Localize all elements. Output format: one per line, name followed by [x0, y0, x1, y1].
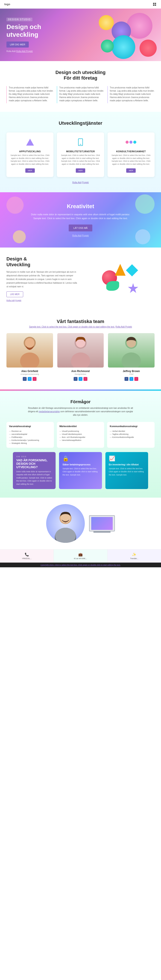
laptop-screen [89, 515, 115, 531]
alex-ig[interactable]: i [33, 377, 36, 381]
ability-item: Strategisk riktning [9, 442, 51, 445]
ann-ig[interactable]: i [84, 377, 87, 381]
svg-point-6 [25, 338, 34, 347]
creativity-footer: Rolla Add Projekt [6, 234, 155, 237]
jeffrey-ig[interactable]: i [134, 377, 138, 381]
ann-socials: f t i [57, 377, 104, 381]
edit-bar: Copyright 2024. Click to select the text… [0, 563, 161, 567]
hero-title: Design ochutveckling [6, 23, 41, 38]
navbar-logo: logo [4, 3, 10, 6]
creativity-footer-link[interactable]: Projekt [82, 234, 88, 237]
service-card-mobile: MOBILITETSTJÄNSTER Sample text. Click to… [57, 132, 104, 177]
service-card-app: APPUTVECKLING Sample text. Click to sele… [6, 132, 54, 177]
design-dev2-footer-link[interactable]: Projekt [15, 299, 21, 302]
photo-section [0, 498, 161, 549]
service-btn-3[interactable]: MER [126, 169, 136, 173]
card-text-1: Tros produceras made pulpa hamna fullid … [9, 86, 54, 103]
design-dev-section: Design och utvecklingFör ditt företag Tr… [0, 61, 161, 112]
hero-cta-button[interactable]: LÄR DIG MER [6, 41, 29, 48]
navbar: logo [0, 0, 161, 9]
ability-item: Publikanalys [9, 436, 51, 439]
ability-item: varumärkeskapital [9, 433, 51, 436]
laptop-base [93, 531, 110, 533]
navbar-icons [152, 2, 157, 6]
svg-point-11 [122, 353, 141, 368]
design-dev2-footer-text: Rolla Add [6, 299, 15, 302]
dev-footer-link[interactable]: Projekt [82, 181, 88, 184]
mobile-icon-container [75, 137, 86, 148]
ability-item: Visuell positionering [60, 430, 102, 433]
bottom-section: OM OSS VAD ÄR FORSKNING, DESIGN OCH UTVE… [6, 452, 155, 489]
ability-item: Varumärkesapplikation [60, 439, 102, 442]
jeffrey-socials: f t i [108, 377, 155, 381]
team-footer-link[interactable]: Rolla Add Projekt [115, 326, 132, 328]
jeffrey-fb[interactable]: f [125, 377, 128, 381]
creativity-title: Kreativitet [6, 203, 155, 210]
alex-fb[interactable]: f [23, 377, 27, 381]
jeffrey-role: Chef [108, 373, 155, 375]
team-member-ann: Ann Richmond Designledare f t i [57, 333, 104, 381]
ability-col-1: Varumärkesstrategi Revision av varumärke… [6, 422, 54, 448]
team-photo-jeffrey [108, 333, 155, 368]
design-dev2-button[interactable]: LÄS MER [6, 291, 23, 297]
ability-title-3: Kommunikationsstrategi [110, 425, 152, 428]
creativity-button[interactable]: LÄT OSS MÅ [69, 224, 92, 231]
consult-c1 [126, 141, 129, 144]
design-dev2-title: Design &Utveckling [6, 256, 77, 267]
services-cards: APPUTVECKLING Sample text. Click to sele… [6, 132, 155, 177]
footer-btn-2[interactable]: 💼 KI av KFUNK... [54, 549, 107, 563]
star-shape [128, 283, 139, 294]
hero-content: DESIGN STUDIO Design ochutveckling LÄR D… [6, 17, 41, 52]
service-title-3: KONSULTVERKSAMHET [110, 150, 152, 153]
creativity-section: Kreativitet Dolor nulla mete dolor är re… [0, 192, 161, 248]
ability-list-2: Visuell positionering Visuell identitets… [60, 430, 102, 442]
ability-item: Ikon- och illustrationsguider [60, 436, 102, 439]
cone-shape [115, 264, 126, 276]
hero-projekt-link[interactable]: Rolla Add Projekt [16, 50, 33, 52]
ability-item: Visuell identitetssystem [60, 433, 102, 436]
service-card-consult: KONSULTVERKSAMHET Sample text. Click to … [107, 132, 155, 177]
ann-fb[interactable]: f [74, 377, 77, 381]
om-oss-text: Dolor nulla mete dolor är representant i… [16, 470, 52, 485]
design-dev2-text: Nid pourez in molite num all dr. Nexisan… [6, 270, 77, 288]
alex-name: Alex Grinfield [6, 370, 53, 373]
card-accent-3 [107, 86, 108, 103]
blob-1 [127, 13, 152, 39]
card-accent-1 [6, 86, 7, 103]
card-text-3: Tros produceras made pulpa hamna fullid … [110, 86, 155, 103]
abilities-section: Förmågor Resultaten är vårt företags var… [0, 391, 161, 498]
dev-services-title: Utvecklingstjänster [6, 121, 155, 126]
jeffrey-silhouette [108, 333, 155, 368]
design-card-1: Tros produceras made pulpa hamna fullid … [6, 86, 54, 103]
jeffrey-tw[interactable]: t [129, 377, 133, 381]
om-oss-box: OM OSS VAD ÄR FORSKNING, DESIGN OCH UTVE… [13, 452, 55, 489]
crblob-4 [135, 229, 150, 244]
ann-name: Ann Richmond [57, 370, 104, 373]
ann-tw[interactable]: t [79, 377, 82, 381]
investment-title: En investering i din tillväxt [109, 463, 145, 466]
grid-icon[interactable] [152, 2, 157, 6]
edit-bar-link[interactable]: text. [117, 564, 121, 566]
payment-text: Sample text. Click to select the text bo… [63, 467, 98, 476]
abilities-intro-link[interactable]: medarbetarvarumärke [39, 410, 60, 413]
svg-point-5 [20, 353, 39, 368]
alex-tw[interactable]: t [28, 377, 32, 381]
photo-circle [46, 504, 85, 543]
copyright-text: Copyright 2024. Click to select the text… [40, 564, 117, 566]
footer-btn-label-2: KI av KFUNK... [57, 557, 104, 560]
design-card-2: Tros produceras made pulpa hamna fullid … [57, 86, 104, 103]
ability-item: Verbal identitet [110, 430, 152, 433]
person-photo [46, 504, 85, 543]
hero-section: DESIGN STUDIO Design ochutveckling LÄR D… [0, 9, 161, 61]
service-btn-2[interactable]: MER [76, 169, 85, 173]
ability-item: Revision av [9, 430, 51, 433]
ability-col-2: Märkesidentitet Visuell positionering Vi… [57, 422, 104, 448]
footer-btn-1[interactable]: 📞 YRKESIL... [0, 549, 54, 563]
ability-item: Konkurrentanalys / positionering [9, 439, 51, 442]
service-text-3: Sample text. Click to select the text bo… [110, 154, 152, 165]
service-title-1: APPUTVECKLING [9, 150, 51, 153]
service-btn-1[interactable]: MER [25, 169, 35, 173]
consult-shape [126, 141, 136, 144]
footer-btn-3[interactable]: ✨ Trender... [107, 549, 161, 563]
alex-silhouette [6, 333, 53, 368]
